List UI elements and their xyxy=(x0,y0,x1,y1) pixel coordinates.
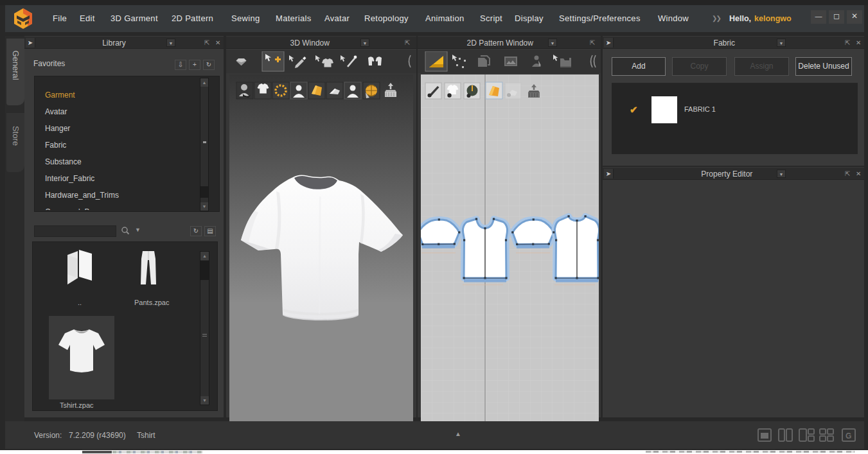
svg-text:G: G xyxy=(846,432,851,441)
